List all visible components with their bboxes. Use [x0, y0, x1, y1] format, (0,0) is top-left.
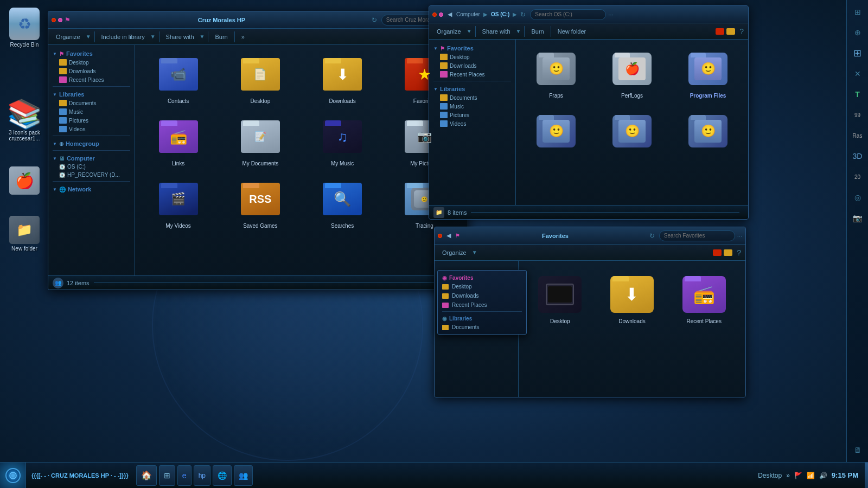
sidebar-computer-header[interactable]: 🖥 Computer: [48, 153, 135, 163]
os-sidebar-fav-header[interactable]: ⚑ Favorites: [429, 43, 515, 53]
desktop-icon-new-folder[interactable]: 📁 New folder: [3, 214, 46, 254]
fav-folder-recent[interactable]: 📻 Recent Places: [671, 269, 737, 328]
os-sidebar-vids[interactable]: Videos: [429, 119, 515, 128]
sidebar-icon-cam[interactable]: 📷: [848, 208, 867, 228]
desktop-icon-books[interactable]: 📚 3 Icon's pack cruzcesar1...: [3, 98, 46, 144]
sidebar-lib-documents[interactable]: Documents: [48, 99, 135, 107]
include-library-btn[interactable]: Include in library: [98, 33, 148, 41]
new-folder-btn-os[interactable]: New folder: [554, 27, 590, 36]
search-input-os[interactable]: [530, 9, 606, 20]
taskbar-item-hp[interactable]: hp: [194, 465, 210, 486]
more-btn-os[interactable]: ···: [608, 11, 613, 18]
fav-folder-downloads[interactable]: ⬇ Downloads: [599, 269, 665, 328]
sidebar-lib-pictures[interactable]: Pictures: [48, 116, 135, 125]
back-btn-fav[interactable]: ◀: [446, 232, 451, 239]
sidebar-item-recent-main[interactable]: Recent Places: [48, 75, 135, 84]
organize-btn-main[interactable]: Organize: [53, 33, 84, 41]
folder-os-6[interactable]: 🙂: [672, 106, 744, 158]
sidebar-homegroup-header[interactable]: ⊕ Homegroup: [48, 138, 135, 148]
sidebar-icon-ras[interactable]: Ras: [848, 126, 867, 145]
sidebar-favorites-header[interactable]: ⚑ Favorites: [48, 48, 135, 58]
sidebar-network-header[interactable]: 🌐 Network: [48, 184, 135, 194]
window-main-titlebar[interactable]: ⚑ Cruz Morales HP ↻ ···: [48, 11, 468, 29]
sidebar-lib-videos[interactable]: Videos: [48, 125, 135, 133]
sidebar-lib-music[interactable]: Music: [48, 107, 135, 116]
desktop-icon-folder[interactable]: 🍎: [3, 164, 46, 198]
dropdown-item-downloads[interactable]: Downloads: [438, 291, 526, 300]
folder-programfiles[interactable]: 🙂 Program Files: [672, 44, 744, 102]
burn-btn-main[interactable]: Burn: [212, 33, 231, 41]
sidebar-icon-99[interactable]: 99: [848, 105, 867, 125]
desktop-icon-recycle-bin[interactable]: Recycle Bin: [3, 5, 46, 50]
folder-savedgames[interactable]: RSS Saved Games: [221, 174, 299, 232]
os-sidebar-downloads[interactable]: Downloads: [429, 61, 515, 70]
organize-btn-os[interactable]: Organize: [433, 27, 464, 36]
titlebar-dots-fav: [438, 234, 442, 238]
sidebar-icon-1[interactable]: ⊞: [848, 2, 867, 22]
folder-os-4[interactable]: 🙂: [520, 106, 592, 158]
taskbar-show-desktop[interactable]: [865, 463, 868, 489]
start-button[interactable]: [0, 463, 26, 489]
sidebar-videos-icon: [59, 126, 67, 132]
sidebar-dropdown-popup[interactable]: ◉ Favorites Desktop Downloads Recent Pla…: [437, 270, 527, 335]
sidebar-item-downloads-main[interactable]: Downloads: [48, 67, 135, 75]
organize-btn-fav[interactable]: Organize: [439, 248, 470, 257]
sidebar-icon-2[interactable]: ⊕: [848, 23, 867, 42]
os-sidebar-lib-header[interactable]: Libraries: [429, 84, 515, 93]
share-btn-os[interactable]: Share with: [479, 27, 514, 36]
folder-desktop[interactable]: 📄 Desktop: [221, 49, 299, 107]
sidebar-icon-down1[interactable]: 🖥: [848, 440, 867, 460]
more-btn-fav[interactable]: ···: [737, 233, 742, 239]
search-input-fav[interactable]: [659, 230, 735, 241]
sidebar-icon-t[interactable]: T: [848, 85, 867, 104]
os-breadcrumb-osc[interactable]: OS (C:): [491, 11, 509, 17]
folder-searches[interactable]: 🔍 Searches: [304, 174, 381, 232]
back-btn-os[interactable]: ◀: [448, 11, 452, 18]
folder-myvideos[interactable]: 🎬 My Videos: [139, 174, 217, 232]
dropdown-item-recent[interactable]: Recent Places: [438, 300, 526, 310]
sidebar-libraries-header-main[interactable]: Libraries: [48, 89, 135, 99]
sidebar-item-desktop-main[interactable]: Desktop: [48, 58, 135, 67]
folder-fraps[interactable]: 🙂 Fraps: [520, 44, 592, 102]
folder-perflogs[interactable]: 🍎 PerfLogs: [596, 44, 668, 102]
folder-os-5[interactable]: 🙂: [596, 106, 668, 158]
os-sidebar-docs[interactable]: Documents: [429, 93, 515, 102]
taskbar-item-globe[interactable]: 🌐: [213, 465, 232, 486]
os-breadcrumb-computer[interactable]: Computer: [456, 11, 480, 17]
taskbar-item-home[interactable]: 🏠: [136, 465, 157, 486]
folder-downloads[interactable]: ⬇ Downloads: [304, 49, 381, 107]
folder-contacts[interactable]: 📹 Contacts: [139, 49, 217, 107]
taskbar-item-windows[interactable]: ⊞: [159, 465, 175, 486]
refresh-icon-main[interactable]: ↻: [372, 16, 377, 24]
os-sidebar-music[interactable]: Music: [429, 102, 515, 111]
help-btn-os[interactable]: ?: [739, 27, 744, 36]
os-sidebar-pics[interactable]: Pictures: [429, 111, 515, 119]
sidebar-icon-x[interactable]: ✕: [848, 64, 867, 84]
folder-links[interactable]: 📻 Links: [139, 112, 217, 170]
refresh-icon-fav[interactable]: ↻: [649, 232, 655, 240]
dropdown-item-desktop[interactable]: Desktop: [438, 282, 526, 291]
folder-mydocs[interactable]: 📝 My Documents: [221, 112, 299, 170]
sidebar-icon-windows[interactable]: ⊞: [848, 43, 867, 63]
folder-mymusic[interactable]: ♫ My Music: [304, 112, 381, 170]
taskbar-item-people[interactable]: 👥: [234, 465, 253, 486]
share-with-btn-main[interactable]: Share with: [163, 33, 197, 41]
sidebar-osc[interactable]: 💽 OS (C:): [48, 163, 135, 171]
sidebar-icon-3d[interactable]: 3D: [848, 146, 867, 166]
sidebar-recovery[interactable]: 💽 HP_RECOVERY (D...: [48, 171, 135, 179]
sidebar-icon-circle[interactable]: ◎: [848, 188, 867, 207]
fav-folder-desktop[interactable]: Desktop: [527, 269, 593, 328]
mydocs-content-icon: 📝: [254, 131, 266, 143]
os-sidebar-recent[interactable]: Recent Places: [429, 70, 515, 79]
refresh-icon-os[interactable]: ↻: [520, 11, 526, 18]
dropdown-item-docs[interactable]: Documents: [438, 323, 526, 332]
more-toolbar-main[interactable]: »: [238, 33, 248, 41]
os-sidebar-desktop[interactable]: Desktop: [429, 53, 515, 61]
dd-desktop-icon: [442, 284, 449, 290]
taskbar-item-ie[interactable]: e: [177, 465, 192, 486]
sidebar-icon-20[interactable]: 20: [848, 167, 867, 187]
window-os-titlebar[interactable]: ◀ Computer ▶ OS (C:) ▶ ↻ ···: [429, 6, 748, 23]
help-btn-fav[interactable]: ?: [737, 248, 741, 257]
burn-btn-os[interactable]: Burn: [528, 27, 547, 36]
window-fav-titlebar[interactable]: ◀ ⚑ Favorites ↻ ···: [435, 227, 745, 245]
